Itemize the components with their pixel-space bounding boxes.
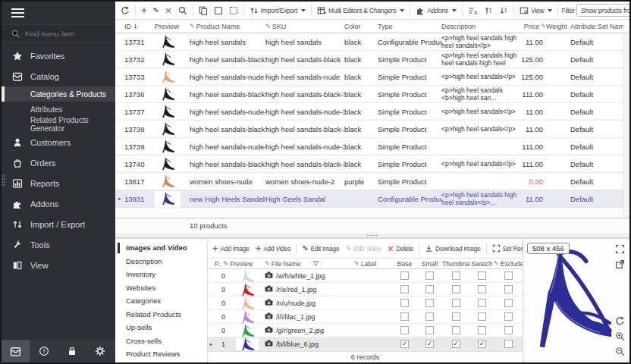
image-row[interactable]: 0/g/r/green_2.jpg — [208, 324, 523, 337]
sidebar-subitem-categories-products[interactable]: Categories & Products — [2, 86, 115, 102]
swatch-checkbox[interactable] — [478, 299, 486, 307]
header-thumbnail[interactable]: Thumbna — [442, 260, 469, 268]
add-video-button[interactable]: +Add Video — [253, 243, 294, 254]
delete-product-button[interactable]: ✕ — [163, 5, 174, 16]
sidebar-item-view[interactable]: View — [2, 255, 115, 275]
tab-up-sells[interactable]: Up-sells — [115, 321, 207, 334]
swatch-checkbox[interactable] — [478, 326, 486, 334]
base-checkbox[interactable] — [400, 326, 409, 334]
base-checkbox[interactable] — [400, 312, 409, 321]
header-color[interactable]: Color — [344, 23, 378, 30]
add-product-button[interactable]: + — [139, 5, 149, 16]
open-external-button[interactable] — [615, 259, 625, 272]
row-expander[interactable]: ▸ — [115, 196, 124, 202]
hamburger-menu-button[interactable] — [2, 2, 115, 24]
header-id[interactable]: ID — [124, 23, 155, 30]
sidebar-subitem-attributes[interactable]: Attributes — [2, 102, 115, 117]
header-preview[interactable]: Preview — [230, 260, 265, 268]
horizontal-splitter[interactable] — [115, 233, 629, 238]
exclude-checkbox[interactable] — [504, 340, 513, 348]
vertical-scrollbar[interactable] — [623, 33, 629, 218]
small-checkbox[interactable] — [425, 299, 434, 307]
addons-dropdown[interactable]: Addons — [413, 5, 459, 17]
tab-images-and-video[interactable]: Images and Video — [115, 241, 207, 255]
table-row[interactable]: 13732high heel sandals-blackhigh heel sa… — [115, 51, 623, 68]
tab-related-products[interactable]: Related Products — [115, 308, 207, 322]
tab-categories[interactable]: Categories — [115, 294, 207, 308]
exclude-checkbox[interactable] — [504, 271, 513, 280]
duplicate-button[interactable] — [196, 5, 210, 17]
refresh-button[interactable] — [118, 5, 132, 17]
header-label[interactable]: ✎Label — [354, 260, 392, 268]
exclude-checkbox[interactable] — [504, 326, 513, 334]
header-exclude[interactable]: ✎Exclude — [494, 260, 523, 268]
zoom-out-button[interactable] — [615, 346, 625, 359]
table-row[interactable]: ▸13931new High Heels SandalsHigh Geels S… — [115, 190, 623, 208]
table-row[interactable]: 13733high heel sandals-nudehigh heel san… — [115, 68, 623, 86]
catalog-shortcut-button[interactable] — [2, 340, 30, 362]
settings-button[interactable] — [86, 340, 114, 362]
sidebar-item-tools[interactable]: Tools — [2, 234, 115, 255]
small-checkbox[interactable] — [425, 271, 434, 280]
multi-editors-dropdown[interactable]: Multi Editors & Changers — [315, 5, 407, 17]
small-checkbox[interactable] — [425, 326, 434, 334]
view-dropdown[interactable]: View — [517, 5, 554, 17]
header-swatch[interactable]: Swatch — [469, 260, 494, 268]
table-row[interactable]: 13817women shoes-nudewomen shoes-nude-2p… — [115, 173, 623, 190]
header-product-name[interactable]: ✎Product Name — [190, 23, 265, 30]
thumbnail-checkbox[interactable]: ✓ — [452, 340, 460, 348]
swatch-checkbox[interactable] — [478, 271, 486, 280]
header-sku[interactable]: ✎SKU — [265, 23, 344, 30]
header-position[interactable]: P..✎ — [215, 260, 230, 268]
thumbnail-checkbox[interactable] — [452, 271, 460, 280]
header-small[interactable]: Small — [417, 260, 442, 268]
delete-image-button[interactable]: ✕Delete — [385, 243, 416, 254]
small-checkbox[interactable]: ✓ — [425, 340, 434, 348]
exclude-checkbox[interactable] — [504, 285, 513, 293]
exclude-checkbox[interactable] — [504, 299, 513, 307]
sidebar-subitem-related-products-generator[interactable]: Related Products Generator — [2, 117, 115, 132]
image-row[interactable]: 0/n/u/nude.jpg — [208, 297, 523, 310]
sort-ascending-button[interactable] — [482, 5, 495, 17]
download-image-button[interactable]: Download Image — [422, 243, 482, 254]
table-row[interactable]: 13738high heel sandals-black-37high heel… — [115, 121, 623, 138]
category-filter-select[interactable]: Show products from selected categories — [576, 4, 629, 17]
image-row[interactable]: 0/r/e/red_1.jpg — [208, 283, 523, 297]
base-checkbox[interactable] — [400, 299, 409, 307]
thumbnail-checkbox[interactable] — [452, 285, 460, 293]
image-row[interactable]: 0/w/h/white_1.jpg — [208, 269, 523, 283]
tab-inventory[interactable]: Inventory — [115, 268, 207, 281]
sort-descending-button[interactable] — [497, 5, 510, 17]
table-row[interactable]: 13736high heel sandals-black-36high heel… — [115, 86, 623, 103]
sidebar-item-catalog[interactable]: Catalog — [2, 66, 115, 86]
lock-button[interactable] — [58, 340, 86, 362]
sidebar-splitter-handle[interactable] — [2, 174, 5, 187]
header-file-name[interactable]: ✎File Name — [265, 260, 354, 268]
edit-product-button[interactable]: ✎ — [150, 5, 161, 16]
header-type[interactable]: Type — [378, 23, 441, 30]
table-row[interactable]: 13739high heel sandals-nude-37high heel … — [115, 138, 623, 155]
sidebar-item-import-export[interactable]: Import / Export — [2, 214, 115, 234]
sidebar-item-customers[interactable]: Customers — [2, 132, 115, 152]
small-checkbox[interactable] — [425, 312, 434, 321]
add-image-button[interactable]: +Add Image — [210, 243, 252, 254]
import-export-dropdown[interactable]: Import/Export — [247, 5, 308, 17]
search-button[interactable] — [176, 5, 190, 17]
header-weight[interactable]: Weight — [546, 23, 570, 30]
auto-filter-button[interactable]: A — [466, 5, 480, 17]
base-checkbox[interactable] — [400, 285, 409, 293]
tab-cross-sells[interactable]: Cross-sells — [115, 334, 207, 348]
sidebar-search-input[interactable]: Find menu item — [2, 24, 115, 42]
header-attribute-set[interactable]: Attribute Set Name — [570, 23, 623, 30]
header-description[interactable]: Description — [441, 23, 517, 30]
tab-description[interactable]: Description — [115, 255, 207, 268]
select-button[interactable] — [212, 5, 225, 17]
header-price[interactable]: Price✎ — [517, 23, 546, 30]
tab-product-reviews[interactable]: Product Reviews — [115, 347, 207, 361]
sidebar-item-addons[interactable]: Addons — [2, 193, 115, 214]
sidebar-item-favorites[interactable]: Favorites — [2, 46, 115, 66]
sidebar-item-reports[interactable]: Reports — [2, 173, 115, 193]
edit-image-button[interactable]: ✎Edit Image — [300, 243, 341, 254]
image-row[interactable]: ▸1/b/l/blue_6.jpg✓✓✓✓ — [208, 337, 523, 351]
thumbnail-checkbox[interactable] — [452, 299, 460, 307]
